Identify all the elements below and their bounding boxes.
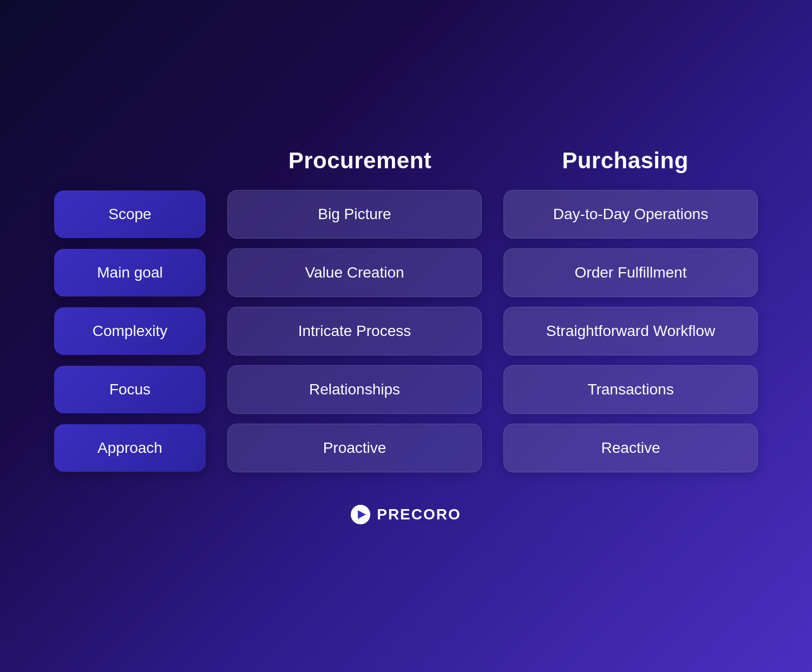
purchasing-cell-focus: Transactions <box>503 365 758 414</box>
procurement-value-approach: Proactive <box>323 439 387 456</box>
row-focus: Focus Relationships Transactions <box>54 365 758 414</box>
label-cell-complexity: Complexity <box>54 307 206 355</box>
label-text-complexity: Complexity <box>93 322 167 339</box>
procurement-title: Procurement <box>289 148 432 173</box>
label-cell-main-goal: Main goal <box>54 249 206 297</box>
procurement-cell-complexity: Intricate Process <box>227 307 482 355</box>
row-complexity: Complexity Intricate Process Straightfor… <box>54 307 758 355</box>
purchasing-value-focus: Transactions <box>587 381 673 398</box>
label-text-main-goal: Main goal <box>97 264 162 281</box>
procurement-header: Procurement <box>227 148 493 174</box>
procurement-box-focus: Relationships <box>227 365 482 414</box>
label-cell-focus: Focus <box>54 366 206 413</box>
procurement-cell-main-goal: Value Creation <box>227 248 482 297</box>
purchasing-title: Purchasing <box>562 148 689 173</box>
footer: PRECORO <box>351 505 461 524</box>
row-approach: Approach Proactive Reactive <box>54 424 758 472</box>
purchasing-value-main-goal: Order Fulfillment <box>575 264 687 281</box>
main-container: Procurement Purchasing Scope Big Picture… <box>54 148 758 524</box>
procurement-cell-focus: Relationships <box>227 365 482 414</box>
row-main-goal: Main goal Value Creation Order Fulfillme… <box>54 248 758 297</box>
label-cell-approach: Approach <box>54 424 206 472</box>
procurement-box-scope: Big Picture <box>227 190 482 239</box>
label-box-scope: Scope <box>54 190 206 238</box>
purchasing-value-complexity: Straightforward Workflow <box>546 322 715 339</box>
procurement-box-approach: Proactive <box>227 424 482 472</box>
procurement-value-complexity: Intricate Process <box>298 322 411 339</box>
label-box-main-goal: Main goal <box>54 249 206 297</box>
purchasing-value-approach: Reactive <box>601 439 660 456</box>
procurement-box-complexity: Intricate Process <box>227 307 482 355</box>
procurement-cell-scope: Big Picture <box>227 190 482 239</box>
purchasing-value-scope: Day-to-Day Operations <box>553 206 708 222</box>
label-text-approach: Approach <box>97 439 162 456</box>
procurement-value-main-goal: Value Creation <box>305 264 404 281</box>
precoro-logo-text: PRECORO <box>377 506 461 523</box>
label-box-focus: Focus <box>54 366 206 413</box>
label-text-focus: Focus <box>109 381 150 398</box>
procurement-value-scope: Big Picture <box>318 206 391 222</box>
header-spacer <box>54 148 227 174</box>
purchasing-box-main-goal: Order Fulfillment <box>503 248 758 297</box>
purchasing-box-approach: Reactive <box>503 424 758 472</box>
row-scope: Scope Big Picture Day-to-Day Operations <box>54 190 758 239</box>
label-box-approach: Approach <box>54 424 206 472</box>
purchasing-box-complexity: Straightforward Workflow <box>503 307 758 355</box>
purchasing-cell-complexity: Straightforward Workflow <box>503 307 758 355</box>
purchasing-cell-scope: Day-to-Day Operations <box>503 190 758 239</box>
purchasing-header: Purchasing <box>493 148 758 174</box>
label-box-complexity: Complexity <box>54 307 206 355</box>
purchasing-cell-main-goal: Order Fulfillment <box>503 248 758 297</box>
grid-container: Scope Big Picture Day-to-Day Operations … <box>54 190 758 472</box>
purchasing-box-focus: Transactions <box>503 365 758 414</box>
label-cell-scope: Scope <box>54 190 206 238</box>
purchasing-box-scope: Day-to-Day Operations <box>503 190 758 239</box>
label-text-scope: Scope <box>108 206 151 222</box>
purchasing-cell-approach: Reactive <box>503 424 758 472</box>
header-row: Procurement Purchasing <box>54 148 758 174</box>
procurement-box-main-goal: Value Creation <box>227 248 482 297</box>
procurement-value-focus: Relationships <box>309 381 400 398</box>
precoro-logo-icon <box>351 505 370 524</box>
procurement-cell-approach: Proactive <box>227 424 482 472</box>
